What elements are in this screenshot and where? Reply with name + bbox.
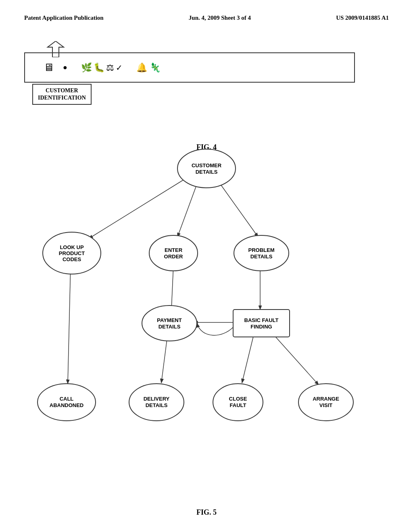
- node-lookup-text1: LOOK UP: [60, 244, 84, 250]
- icon-7: 🔔: [136, 62, 147, 73]
- node-lookup-text2: PRODUCT: [59, 250, 85, 256]
- fig5-section: CUSTOMER DETAILS LOOK UP PRODUCT CODES E…: [0, 125, 413, 532]
- edge-cd-eo: [177, 182, 198, 237]
- node-close-fault-text1: CLOSE: [229, 396, 247, 402]
- node-basic-fault-text2: FINDING: [250, 324, 272, 330]
- icon-3: 🌿: [81, 62, 92, 73]
- node-call-abandoned-text2: ABANDONED: [50, 402, 84, 408]
- node-delivery-text1: DELIVERY: [144, 396, 170, 402]
- toolbar-icons: 🖥 ● 🌿 🐛 ⚖ ✓ 🔔 🦎: [31, 61, 161, 74]
- node-enter-order-text1: ENTER: [165, 247, 183, 253]
- node-problem-details-text2: DETAILS: [250, 254, 273, 260]
- icon-6: ✓: [116, 63, 123, 73]
- icon-separator: 🌿 🐛 ⚖ ✓: [81, 62, 123, 73]
- node-problem-details-text1: PROBLEM: [248, 247, 275, 253]
- icon-1: 🖥: [44, 61, 54, 74]
- edge-payd-dd: [161, 336, 167, 383]
- edge-bff-payd-curve: [197, 323, 233, 335]
- icon-4: 🐛: [94, 62, 104, 73]
- header-right: US 2009/0141885 A1: [336, 15, 389, 21]
- node-payment-text2: DETAILS: [159, 324, 181, 330]
- fig5-diagram: CUSTOMER DETAILS LOOK UP PRODUCT CODES E…: [0, 125, 413, 520]
- node-payment-text1: PAYMENT: [157, 317, 181, 323]
- header-center: Jun. 4, 2009 Sheet 3 of 4: [189, 15, 251, 21]
- edge-cd-lupc: [89, 177, 188, 239]
- customer-id-label: CUSTOMER IDENTIFICATION: [32, 84, 92, 105]
- icon-8: 🦎: [150, 62, 161, 73]
- node-arrange-text2: VISIT: [319, 402, 333, 408]
- edge-eo-payd: [171, 265, 173, 310]
- edge-bff-cf: [242, 337, 253, 383]
- node-arrange-text1: ARRANGE: [313, 396, 339, 402]
- node-enter-order-text2: ORDER: [164, 254, 184, 260]
- edge-lupc-ca: [68, 265, 71, 384]
- icon-2: ●: [63, 63, 67, 72]
- node-delivery-text2: DETAILS: [146, 402, 168, 408]
- node-lookup-text3: CODES: [63, 256, 81, 262]
- node-customer-details-text: CUSTOMER: [192, 162, 222, 168]
- edge-bff-av: [273, 335, 319, 385]
- edge-cd-pd: [218, 181, 258, 237]
- node-customer-details-text2: DETAILS: [196, 169, 218, 175]
- node-basic-fault-text1: BASIC FAULT: [244, 317, 279, 323]
- page-header: Patent Application Publication Jun. 4, 2…: [0, 0, 413, 21]
- header-left: Patent Application Publication: [24, 15, 104, 21]
- icon-separator2: 🔔 🦎: [136, 62, 161, 73]
- fig5-caption: FIG. 5: [196, 508, 217, 517]
- icon-5: ⚖: [106, 62, 114, 73]
- toolbar-box: 🖥 ● 🌿 🐛 ⚖ ✓ 🔔 🦎: [24, 52, 355, 83]
- node-call-abandoned-text1: CALL: [60, 396, 74, 402]
- node-close-fault-text2: FAULT: [230, 402, 246, 408]
